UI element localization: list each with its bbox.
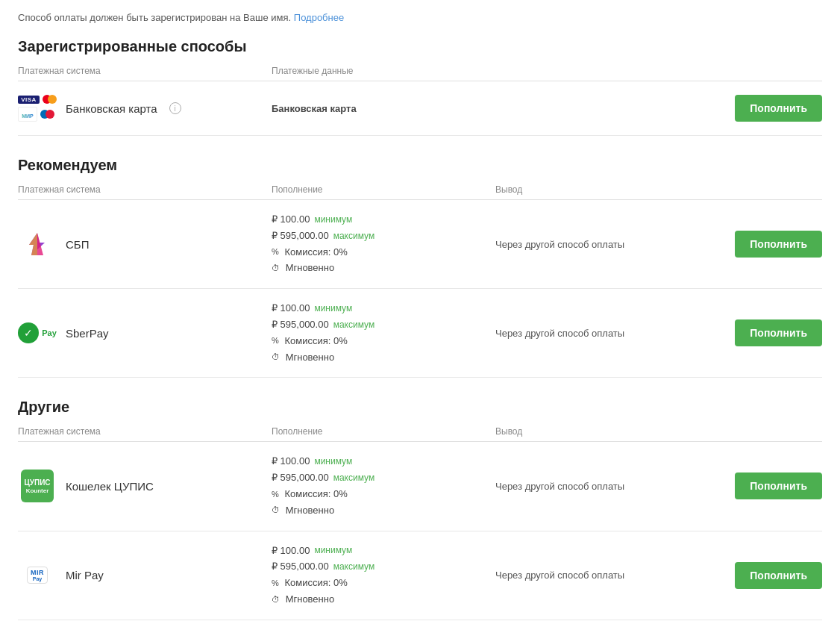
cupis-icon-wrap: ЦУПИС Kounter xyxy=(18,471,57,501)
notice-link[interactable]: Подробнее xyxy=(294,12,344,23)
bankcard-data: Банковская карта xyxy=(272,103,495,114)
bankcard-info-icon[interactable]: i xyxy=(169,102,181,114)
mirpay-min: ₽ 100.00 xyxy=(272,543,310,559)
sberpay-row: ✓ Pay SberPay ₽ 100.00минимум ₽ 595,000.… xyxy=(18,289,822,378)
top-notice: Способ оплаты должен быть зарегистрирова… xyxy=(18,12,822,23)
sbp-max: ₽ 595,000.00 xyxy=(272,228,329,244)
registered-section-title: Зарегистрированные способы xyxy=(18,38,822,55)
sbp-system: СБП xyxy=(18,229,272,259)
registered-row-bankcard: VISA МИР Банковская кар xyxy=(18,81,822,136)
cupis-withdraw: Через другой способ оплаты xyxy=(495,481,645,492)
mirpay-speed: Мгновенно xyxy=(286,592,335,608)
reg-col-data: Платежные данные xyxy=(272,66,495,76)
sberpay-check-icon: ✓ xyxy=(24,327,33,339)
rec-col-withdraw: Вывод xyxy=(495,184,645,195)
recommended-section-title: Рекомендуем xyxy=(18,157,822,174)
sberpay-max: ₽ 595,000.00 xyxy=(272,317,329,333)
cupis-speed: Мгновенно xyxy=(286,503,335,519)
sbp-action: Пополнить xyxy=(645,231,822,258)
rec-col-system: Платежная система xyxy=(18,184,272,195)
sbp-icon xyxy=(22,229,52,259)
mirpay-max-label: максимум xyxy=(333,560,375,574)
maestro-icon xyxy=(40,110,54,119)
sbp-withdraw: Через другой способ оплаты xyxy=(495,239,645,250)
sbp-row: СБП ₽ 100.00минимум ₽ 595,000.00максимум… xyxy=(18,200,822,289)
cupis-row: ЦУПИС Kounter Кошелек ЦУПИС ₽ 100.00мини… xyxy=(18,442,822,531)
oth-col-deposit: Пополнение xyxy=(272,426,495,437)
recommended-section: Рекомендуем Платежная система Пополнение… xyxy=(18,157,822,378)
cupis-min-label: минимум xyxy=(314,455,352,469)
other-section-title: Другие xyxy=(18,399,822,416)
mirpay-name: Mir Pay xyxy=(66,569,104,581)
bankcard-name: Банковская карта xyxy=(66,102,157,115)
sberpay-icon: ✓ Pay xyxy=(18,322,57,343)
sbp-name: СБП xyxy=(66,238,89,251)
cupis-max-label: максимум xyxy=(333,471,375,485)
mirpay-icon: MIR Pay xyxy=(27,567,48,584)
cupis-deposit-info: ₽ 100.00минимум ₽ 595,000.00максимум % К… xyxy=(272,454,495,518)
tpay-row: T PAY T-Pay ₽ 100.00минимум ₽ 595,000.00… xyxy=(18,620,822,630)
mir-icon: МИР xyxy=(18,107,37,122)
bankcard-icon-wrap: VISA МИР xyxy=(18,93,57,123)
sbp-speed: Мгновенно xyxy=(286,261,335,276)
card-icons: VISA МИР xyxy=(18,95,57,122)
sberpay-name: SberPay xyxy=(66,327,109,340)
oth-col-system: Платежная система xyxy=(18,426,272,437)
registered-section: Зарегистрированные способы Платежная сис… xyxy=(18,38,822,136)
sberpay-deposit-info: ₽ 100.00минимум ₽ 595,000.00максимум % К… xyxy=(272,301,495,365)
mirpay-max: ₽ 595,000.00 xyxy=(272,559,329,575)
sberpay-min: ₽ 100.00 xyxy=(272,301,310,316)
bankcard-data-text: Банковская карта xyxy=(272,103,357,114)
cupis-name: Кошелек ЦУПИС xyxy=(66,480,154,493)
sbp-min: ₽ 100.00 xyxy=(272,212,310,228)
sbp-max-label: максимум xyxy=(333,229,375,243)
sberpay-commission: Комиссия: 0% xyxy=(284,334,347,349)
sberpay-icon-wrap: ✓ Pay xyxy=(18,318,57,348)
sbp-icon-wrap xyxy=(18,229,57,259)
rec-col-deposit: Пополнение xyxy=(272,184,495,195)
mirpay-system: MIR Pay Mir Pay xyxy=(18,561,272,590)
mirpay-deposit-info: ₽ 100.00минимум ₽ 595,000.00максимум % К… xyxy=(272,543,495,608)
sberpay-speed: Мгновенно xyxy=(286,350,335,366)
sberpay-withdraw: Через другой способ оплаты xyxy=(495,328,645,339)
cupis-action: Пополнить xyxy=(645,472,822,499)
mastercard-icon xyxy=(43,95,57,104)
visa-icon: VISA xyxy=(18,96,40,104)
sberpay-system: ✓ Pay SberPay xyxy=(18,318,272,348)
mirpay-withdraw: Через другой способ оплаты xyxy=(495,570,645,581)
sbp-topup-button[interactable]: Пополнить xyxy=(735,231,822,258)
sbp-min-label: минимум xyxy=(314,213,352,227)
bankcard-topup-button[interactable]: Пополнить xyxy=(735,95,822,122)
mirpay-commission: Комиссия: 0% xyxy=(284,576,347,591)
other-section: Другие Платежная система Пополнение Выво… xyxy=(18,399,822,630)
mirpay-icon-wrap: MIR Pay xyxy=(18,561,57,590)
cupis-min: ₽ 100.00 xyxy=(272,454,310,470)
sberpay-min-label: минимум xyxy=(314,302,352,316)
sberpay-action: Пополнить xyxy=(645,319,822,346)
mirpay-min-label: минимум xyxy=(314,543,352,558)
sberpay-pay-text: Pay xyxy=(42,328,57,337)
cupis-system: ЦУПИС Kounter Кошелек ЦУПИС xyxy=(18,471,272,501)
sbp-commission: Комиссия: 0% xyxy=(284,245,347,261)
sberpay-topup-button[interactable]: Пополнить xyxy=(735,319,822,346)
mirpay-action: Пополнить xyxy=(645,562,822,589)
notice-text: Способ оплаты должен быть зарегистрирова… xyxy=(18,12,291,23)
oth-col-withdraw: Вывод xyxy=(495,426,645,437)
mirpay-row: MIR Pay Mir Pay ₽ 100.00минимум ₽ 595,00… xyxy=(18,531,822,620)
cupis-max: ₽ 595,000.00 xyxy=(272,470,329,486)
bankcard-action: Пополнить xyxy=(645,95,822,122)
mirpay-topup-button[interactable]: Пополнить xyxy=(735,562,822,589)
bankcard-system: VISA МИР Банковская кар xyxy=(18,93,272,123)
sberpay-max-label: максимум xyxy=(333,318,375,332)
cupis-topup-button[interactable]: Пополнить xyxy=(735,472,822,499)
cupis-icon: ЦУПИС Kounter xyxy=(21,470,54,502)
reg-col-system: Платежная система xyxy=(18,66,272,76)
sbp-deposit-info: ₽ 100.00минимум ₽ 595,000.00максимум % К… xyxy=(272,212,495,276)
cupis-commission: Комиссия: 0% xyxy=(284,487,347,502)
